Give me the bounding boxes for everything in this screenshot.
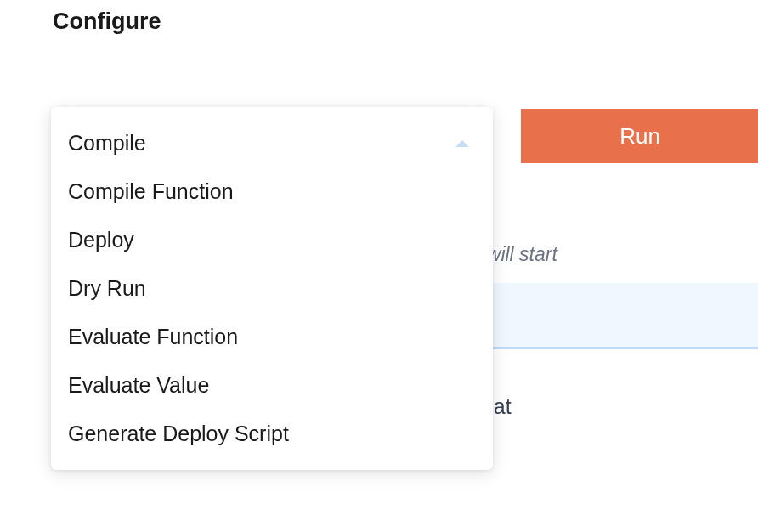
- run-button-label: Run: [619, 123, 660, 150]
- dropdown-option-label: Deploy: [68, 228, 134, 252]
- dropdown-option-label: Evaluate Value: [68, 373, 209, 398]
- action-dropdown[interactable]: Compile Compile Function Deploy Dry Run …: [51, 107, 493, 470]
- dropdown-option-evaluate-value[interactable]: Evaluate Value: [51, 361, 493, 410]
- dropdown-option-label: Evaluate Function: [68, 325, 238, 349]
- dropdown-option-label: Compile Function: [68, 179, 234, 204]
- dropdown-option-label: Generate Deploy Script: [68, 422, 289, 446]
- dropdown-option-compile[interactable]: Compile: [51, 119, 493, 167]
- caret-up-icon: [455, 140, 469, 147]
- path-input[interactable]: [476, 283, 758, 349]
- dropdown-option-deploy[interactable]: Deploy: [51, 216, 493, 264]
- page-title: Configure: [53, 8, 161, 35]
- dropdown-option-label: Dry Run: [68, 276, 146, 301]
- run-button[interactable]: Run: [521, 109, 758, 163]
- dropdown-option-compile-function[interactable]: Compile Function: [51, 167, 493, 216]
- dropdown-option-evaluate-function[interactable]: Evaluate Function: [51, 313, 493, 361]
- dropdown-option-generate-deploy-script[interactable]: Generate Deploy Script: [51, 410, 493, 458]
- dropdown-option-label: Compile: [68, 131, 146, 156]
- dropdown-option-dry-run[interactable]: Dry Run: [51, 264, 493, 313]
